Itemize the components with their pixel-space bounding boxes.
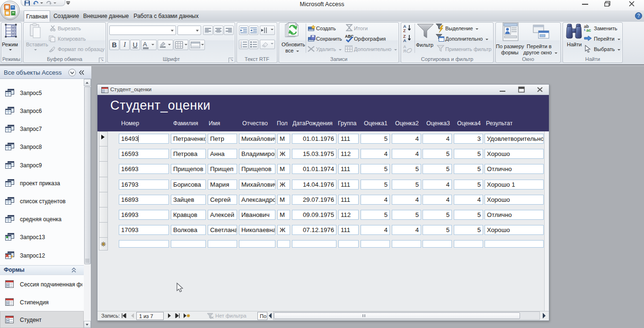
svg-text:А: А [403, 38, 406, 42]
svg-text:ac: ac [586, 28, 591, 32]
svg-text:?: ? [637, 13, 640, 18]
svg-text:Z: Z [403, 28, 406, 32]
svg-text:Я: Я [403, 49, 406, 53]
svg-text:3: 3 [240, 45, 242, 48]
